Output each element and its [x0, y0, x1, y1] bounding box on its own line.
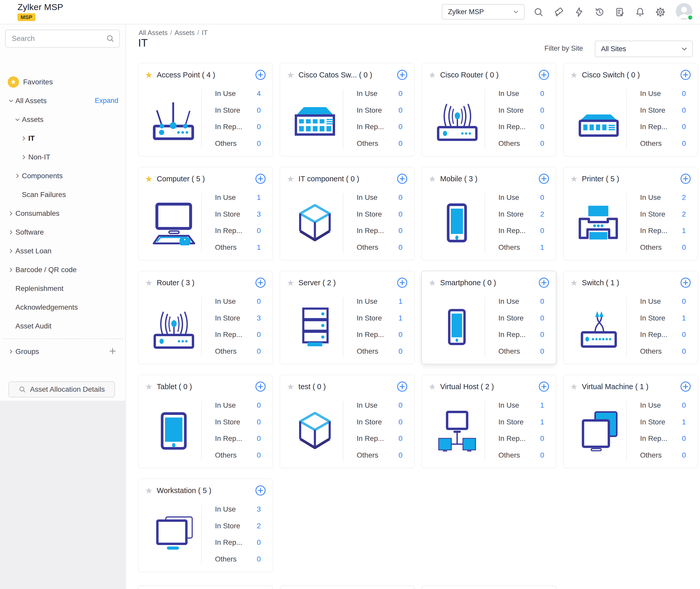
- favorite-star-icon[interactable]: ★: [287, 382, 294, 391]
- chevron-down-icon[interactable]: [8, 97, 15, 104]
- stat-value[interactable]: 1: [682, 314, 686, 322]
- favorite-star-icon[interactable]: ★: [428, 278, 436, 287]
- search-icon[interactable]: [533, 6, 544, 18]
- category-card-smartphone[interactable]: ★Smartphone ( 0 )In Use0In Store0In Rep.…: [422, 271, 556, 364]
- add-asset-button[interactable]: [255, 381, 266, 392]
- category-card-cisco-router[interactable]: ★Cisco Router ( 0 )In Use0In Store0In Re…: [422, 63, 556, 156]
- category-card-virtual-host[interactable]: ★Virtual Host ( 2 )In Use1In Store1In Re…: [422, 375, 556, 468]
- add-asset-button[interactable]: [538, 173, 549, 184]
- favorite-star-icon[interactable]: ★: [145, 486, 153, 495]
- card-title[interactable]: Smartphone ( 0 ): [440, 278, 538, 287]
- add-asset-button[interactable]: [397, 277, 408, 288]
- stat-value[interactable]: 0: [682, 331, 686, 339]
- stat-value[interactable]: 0: [257, 451, 261, 459]
- category-card-server[interactable]: ★Server ( 2 )In Use1In Store1In Rep...0O…: [280, 271, 415, 364]
- add-asset-button[interactable]: [397, 69, 408, 80]
- breadcrumb-item-assets[interactable]: Assets: [175, 29, 195, 37]
- stat-value[interactable]: 0: [540, 347, 544, 356]
- stat-value[interactable]: 0: [257, 538, 261, 547]
- expand-link[interactable]: Expand: [95, 97, 118, 105]
- chevron-right-icon[interactable]: [21, 154, 28, 161]
- stat-value[interactable]: 0: [682, 123, 686, 131]
- sidebar-item-all-assets[interactable]: All AssetsExpand: [0, 91, 126, 110]
- add-asset-button[interactable]: [538, 381, 549, 392]
- add-asset-button[interactable]: [255, 173, 266, 184]
- sidebar-item-components[interactable]: Components: [0, 166, 126, 185]
- add-asset-button[interactable]: [255, 485, 266, 496]
- stat-value[interactable]: 0: [398, 89, 403, 98]
- sidebar-search[interactable]: [5, 30, 120, 48]
- stat-value[interactable]: 0: [540, 123, 544, 131]
- stat-value[interactable]: 0: [540, 89, 544, 98]
- add-asset-button[interactable]: [680, 277, 691, 288]
- card-title[interactable]: Cisco Switch ( 0 ): [582, 71, 680, 79]
- chevron-right-icon[interactable]: [8, 210, 15, 217]
- chevron-right-icon[interactable]: [8, 348, 15, 355]
- sidebar-item-barcode-qr-code[interactable]: Barcode / QR code: [0, 260, 126, 279]
- avatar[interactable]: [676, 3, 692, 20]
- stat-value[interactable]: 0: [398, 227, 403, 235]
- add-asset-button[interactable]: [255, 69, 266, 80]
- stat-value[interactable]: 1: [540, 401, 544, 409]
- card-title[interactable]: Mobile ( 3 ): [440, 175, 538, 183]
- category-card-mobile[interactable]: ★Mobile ( 3 )In Use0In Store2In Rep...0O…: [422, 167, 556, 260]
- add-asset-button[interactable]: [397, 173, 408, 184]
- stat-value[interactable]: 0: [257, 227, 261, 235]
- stat-value[interactable]: 0: [257, 123, 261, 131]
- stat-value[interactable]: 0: [682, 140, 686, 148]
- stat-value[interactable]: 0: [398, 140, 403, 148]
- favorite-star-icon[interactable]: ★: [428, 71, 436, 79]
- sidebar-item-groups[interactable]: Groups: [0, 342, 126, 361]
- stat-value[interactable]: 0: [682, 401, 686, 409]
- stat-value[interactable]: 2: [540, 210, 544, 218]
- settings-icon[interactable]: [655, 6, 666, 18]
- stat-value[interactable]: 1: [682, 227, 686, 235]
- org-selector[interactable]: Zylker MSP: [442, 4, 525, 20]
- favorite-star-icon[interactable]: ★: [287, 71, 294, 79]
- favorite-star-icon[interactable]: ★: [570, 382, 578, 391]
- stat-value[interactable]: 3: [257, 210, 261, 218]
- favorite-star-icon[interactable]: ★: [287, 278, 294, 287]
- notifications-icon[interactable]: [635, 6, 646, 18]
- stat-value[interactable]: 0: [257, 297, 261, 306]
- category-card-it-component[interactable]: ★IT component ( 0 )In Use0In Store0In Re…: [280, 167, 415, 260]
- stat-value[interactable]: 0: [257, 434, 261, 443]
- sidebar-item-favorites[interactable]: ★Favorites: [0, 72, 126, 91]
- stat-value[interactable]: 1: [257, 193, 261, 202]
- stat-value[interactable]: 0: [257, 347, 261, 356]
- category-card-access-point[interactable]: ★Access Point ( 4 )In Use4In Store0In Re…: [138, 63, 273, 156]
- add-asset-button[interactable]: [680, 69, 691, 80]
- stat-value[interactable]: 0: [540, 227, 544, 235]
- stat-value[interactable]: 2: [682, 210, 686, 218]
- stat-value[interactable]: 0: [682, 347, 686, 356]
- chevron-right-icon[interactable]: [14, 173, 22, 179]
- stat-value[interactable]: 0: [540, 314, 544, 322]
- category-card-virtual-machine[interactable]: ★Virtual Machine ( 1 )In Use0In Store1In…: [563, 375, 698, 468]
- favorite-star-icon[interactable]: ★: [570, 71, 578, 79]
- stat-value[interactable]: 0: [398, 193, 403, 202]
- stat-value[interactable]: 0: [398, 434, 403, 443]
- stat-value[interactable]: 1: [540, 243, 544, 251]
- stat-value[interactable]: 0: [257, 331, 261, 339]
- card-title[interactable]: Cisco Catos Sw... ( 0 ): [298, 71, 397, 79]
- chevron-down-icon[interactable]: [14, 116, 22, 123]
- sidebar-item-non-it[interactable]: Non-IT: [0, 148, 126, 166]
- stat-value[interactable]: 0: [540, 297, 544, 306]
- stat-value[interactable]: 1: [540, 418, 544, 426]
- category-card-test[interactable]: ★test ( 0 )In Use0In Store0In Rep...0Oth…: [280, 375, 415, 468]
- favorite-star-icon[interactable]: ★: [428, 382, 436, 391]
- history-icon[interactable]: [594, 6, 605, 18]
- stat-value[interactable]: 3: [257, 505, 261, 514]
- stat-value[interactable]: 3: [257, 314, 261, 322]
- stat-value[interactable]: 0: [398, 347, 403, 356]
- sidebar-item-asset-loan[interactable]: Asset Loan: [0, 241, 126, 260]
- stat-value[interactable]: 0: [398, 106, 403, 115]
- stat-value[interactable]: 0: [398, 401, 403, 409]
- card-title[interactable]: IT component ( 0 ): [298, 175, 397, 183]
- sidebar-item-it[interactable]: IT: [0, 129, 126, 148]
- asset-allocation-details-button[interactable]: Asset Allocation Details: [8, 381, 115, 397]
- favorite-star-icon[interactable]: ★: [287, 175, 294, 183]
- favorite-star-icon[interactable]: ★: [428, 175, 436, 183]
- chevron-right-icon[interactable]: [8, 229, 15, 236]
- favorite-star-icon[interactable]: ★: [145, 71, 153, 79]
